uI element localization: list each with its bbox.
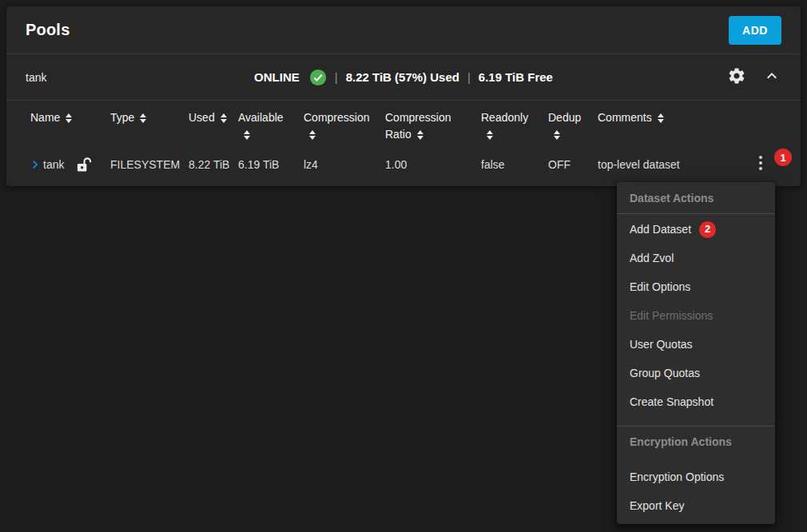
sort-icon — [140, 113, 147, 123]
chevron-up-icon — [762, 66, 781, 88]
status-separator: | — [459, 70, 479, 84]
add-pool-button[interactable]: ADD — [729, 16, 781, 45]
dataset-type: FILESYSTEM — [110, 158, 189, 171]
menu-section-header-dataset-actions: Dataset Actions — [617, 184, 775, 212]
pool-status-text: ONLINE — [254, 70, 300, 84]
dataset-actions-kebab-icon[interactable] — [756, 151, 765, 175]
datasets-table: Name Type Used Available Compression Com… — [6, 100, 801, 184]
sort-icon — [244, 130, 251, 140]
sort-icon — [554, 130, 561, 140]
row-actions — [756, 151, 765, 175]
pool-name: tank — [26, 71, 46, 84]
menu-item-group-quotas[interactable]: Group Quotas — [617, 359, 775, 387]
sort-icon — [221, 113, 228, 123]
pool-settings-button[interactable] — [727, 66, 746, 88]
column-header-readonly[interactable]: Readonly — [481, 109, 548, 143]
column-header-used[interactable]: Used — [189, 109, 238, 143]
sort-icon — [487, 130, 494, 140]
column-header-type[interactable]: Type — [110, 109, 189, 143]
pool-used-text: 8.22 TiB (57%) Used — [346, 70, 459, 84]
gear-icon — [727, 66, 746, 88]
annotation-badge-1: 1 — [774, 149, 792, 166]
expand-row-chevron-icon[interactable] — [27, 157, 43, 173]
pools-card-header: Pools ADD — [6, 6, 801, 54]
menu-item-encryption-options[interactable]: Encryption Options — [617, 463, 775, 491]
column-header-compression-ratio[interactable]: Compression Ratio — [385, 109, 481, 143]
collapse-pool-button[interactable] — [762, 66, 781, 88]
unlocked-icon — [77, 157, 92, 173]
dataset-compression: lz4 — [304, 158, 385, 171]
dataset-name: tank — [43, 158, 64, 171]
menu-item-user-quotas[interactable]: User Quotas — [617, 330, 775, 359]
menu-item-create-snapshot[interactable]: Create Snapshot — [617, 387, 775, 416]
annotation-badge-2: 2 — [699, 221, 716, 238]
menu-item-export-key[interactable]: Export Key — [617, 491, 775, 520]
status-ok-icon — [309, 69, 327, 86]
divider — [617, 213, 775, 214]
menu-item-edit-permissions: Edit Permissions — [617, 301, 775, 330]
sort-icon — [66, 113, 73, 123]
table-row: tank FILESYSTEM 8.22 TiB 6.19 TiB lz4 1.… — [30, 145, 801, 184]
dataset-compression-ratio: 1.00 — [385, 158, 481, 171]
status-separator: | — [327, 70, 346, 84]
pool-summary-row[interactable]: tank ONLINE | 8.22 TiB (57%) Used | 6.19… — [6, 54, 801, 100]
column-header-dedup[interactable]: Dedup — [548, 109, 598, 143]
menu-item-edit-options[interactable]: Edit Options — [617, 272, 775, 301]
dataset-available: 6.19 TiB — [238, 158, 304, 171]
dataset-name-cell: tank — [30, 157, 110, 173]
pool-actions — [727, 66, 781, 88]
pool-free-text: 6.19 TiB Free — [479, 70, 553, 84]
sort-icon — [309, 130, 316, 140]
divider — [617, 426, 775, 427]
menu-item-add-dataset[interactable]: Add Dataset 2 — [617, 215, 775, 244]
column-header-name[interactable]: Name — [30, 109, 110, 143]
dataset-readonly: false — [481, 158, 548, 171]
menu-section-header-encryption-actions: Encryption Actions — [617, 427, 775, 456]
pools-card: Pools ADD tank ONLINE | 8.22 TiB (57%) U… — [6, 6, 801, 186]
column-header-comments[interactable]: Comments — [598, 109, 801, 143]
pool-status: ONLINE | 8.22 TiB (57%) Used | 6.19 TiB … — [254, 69, 553, 86]
menu-item-add-zvol[interactable]: Add Zvol — [617, 244, 775, 272]
column-header-available[interactable]: Available — [238, 109, 304, 143]
dataset-dedup: OFF — [548, 158, 598, 171]
table-header-row: Name Type Used Available Compression Com… — [30, 101, 801, 143]
dataset-comments: top-level dataset — [598, 158, 801, 171]
dataset-actions-menu: Dataset Actions Add Dataset 2 Add Zvol E… — [617, 182, 775, 524]
page-title: Pools — [26, 21, 70, 39]
column-header-compression[interactable]: Compression — [304, 109, 385, 143]
dataset-used: 8.22 TiB — [189, 158, 238, 171]
sort-icon — [658, 113, 665, 123]
sort-icon — [417, 130, 424, 140]
